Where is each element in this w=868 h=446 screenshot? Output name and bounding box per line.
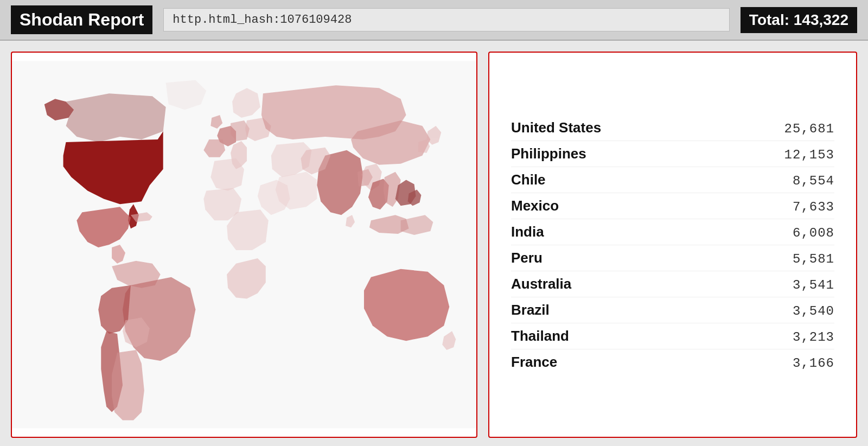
country-count: 5,581 xyxy=(793,252,834,266)
country-row: Philippines12,153 xyxy=(511,141,834,167)
country-row: United States25,681 xyxy=(511,115,834,141)
country-row: Mexico7,633 xyxy=(511,193,834,219)
country-row: Brazil3,540 xyxy=(511,297,834,323)
country-row: India6,008 xyxy=(511,219,834,245)
country-row: Thailand3,213 xyxy=(511,323,834,349)
country-name: Thailand xyxy=(511,328,569,345)
country-count: 3,541 xyxy=(793,278,834,292)
country-count: 3,213 xyxy=(793,330,834,345)
world-map xyxy=(12,53,476,437)
total-label: Total: xyxy=(749,11,794,28)
country-name: Mexico xyxy=(511,197,559,214)
country-name: United States xyxy=(511,119,601,136)
country-name: India xyxy=(511,224,544,240)
header: Shodan Report http.html_hash:1076109428 … xyxy=(0,0,868,41)
map-panel xyxy=(11,52,477,438)
country-count: 3,166 xyxy=(793,356,834,371)
country-name: Australia xyxy=(511,276,571,292)
country-count: 25,681 xyxy=(784,122,834,136)
country-list-panel: United States25,681Philippines12,153Chil… xyxy=(488,52,857,438)
country-count: 7,633 xyxy=(793,200,834,214)
country-name: Philippines xyxy=(511,145,586,162)
total-count: Total: 143,322 xyxy=(741,7,857,33)
country-name: Peru xyxy=(511,250,542,266)
country-count: 3,540 xyxy=(793,304,834,318)
country-count: 6,008 xyxy=(793,226,834,240)
country-count: 8,554 xyxy=(793,174,834,188)
main-content: United States25,681Philippines12,153Chil… xyxy=(0,41,868,446)
country-row: Peru5,581 xyxy=(511,245,834,271)
country-row: Chile8,554 xyxy=(511,167,834,193)
country-row: France3,166 xyxy=(511,349,834,375)
country-row: Australia3,541 xyxy=(511,271,834,297)
country-name: France xyxy=(511,354,557,371)
country-name: Brazil xyxy=(511,302,550,318)
search-query: http.html_hash:1076109428 xyxy=(163,8,730,31)
app-title: Shodan Report xyxy=(11,5,152,34)
total-value: 143,322 xyxy=(794,11,848,28)
country-name: Chile xyxy=(511,171,546,188)
country-count: 12,153 xyxy=(784,148,834,162)
